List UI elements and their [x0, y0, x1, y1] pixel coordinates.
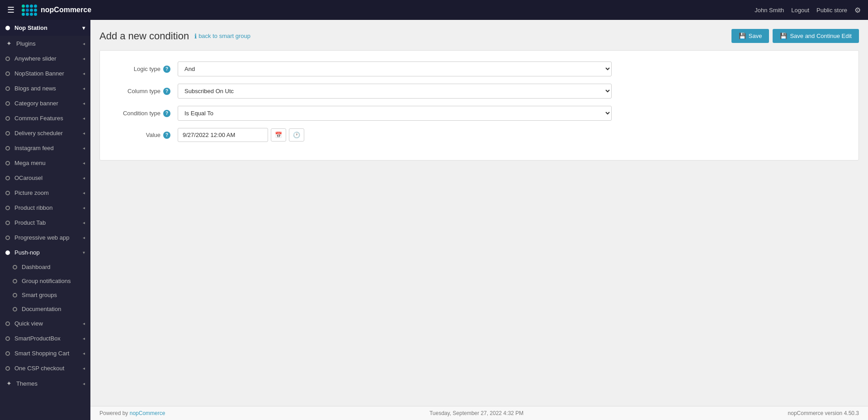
- condition-type-label: Condition type ?: [114, 110, 178, 117]
- logo-dot-7: [30, 9, 33, 12]
- sidebar-item-anywhere-slider[interactable]: Anywhere slider ◂: [0, 51, 90, 66]
- sidebar-label-progressive-web-app: Progressive web app: [14, 234, 83, 241]
- sidebar-label-blogs: Blogs and news: [14, 85, 83, 92]
- save-continue-button[interactable]: 💾 Save and Continue Edit: [773, 29, 859, 43]
- instagram-feed-arrow: ◂: [83, 146, 85, 151]
- settings-icon[interactable]: ⚙: [854, 6, 861, 14]
- page-header: Add a new condition ℹ back to smart grou…: [99, 29, 859, 43]
- condition-type-control: Is Equal To Is Not Equal To Greater Than…: [178, 106, 612, 121]
- footer-center: Tuesday, September 27, 2022 4:32 PM: [429, 410, 524, 416]
- logo-dot-2: [26, 5, 29, 8]
- nop-station-header[interactable]: Nop Station ▾: [0, 20, 90, 36]
- sidebar-item-plugins[interactable]: ✦ Plugins ◂: [0, 36, 90, 51]
- sidebar-item-delivery-scheduler[interactable]: Delivery scheduler ◂: [0, 126, 90, 141]
- sidebar-item-progressive-web-app[interactable]: Progressive web app ◂: [0, 230, 90, 245]
- push-nop-arrow: ▾: [83, 250, 85, 255]
- mega-menu-circle: [5, 161, 10, 165]
- sidebar-label-smart-shopping-cart: Smart Shopping Cart: [14, 350, 83, 357]
- back-link-label: back to smart group: [198, 33, 250, 39]
- smartproductbox-arrow: ◂: [83, 336, 85, 341]
- logo-dot-3: [30, 5, 33, 8]
- nop-station-dot: [5, 26, 10, 30]
- condition-type-select[interactable]: Is Equal To Is Not Equal To Greater Than…: [178, 106, 612, 121]
- logo-dot-6: [26, 9, 29, 12]
- clock-button[interactable]: 🕐: [289, 128, 304, 142]
- plugins-arrow: ◂: [83, 41, 85, 46]
- picture-zoom-arrow: ◂: [83, 190, 85, 195]
- sidebar-sub-item-group-notifications[interactable]: Group notifications: [0, 274, 90, 288]
- save-button[interactable]: 💾 Save: [731, 29, 769, 43]
- column-type-select[interactable]: Subscribed On Utc Email Name: [178, 84, 612, 99]
- clock-icon: 🕐: [293, 132, 300, 138]
- sidebar-sub-label-smart-groups: Smart groups: [22, 292, 57, 298]
- nopcommerce-link[interactable]: nopCommerce: [130, 410, 165, 416]
- logo-dot-12: [34, 13, 37, 16]
- condition-type-help-icon[interactable]: ?: [163, 110, 170, 117]
- sidebar-label-instagram-feed: Instagram feed: [14, 145, 83, 151]
- page-title: Add a new condition: [99, 30, 189, 42]
- public-store-link[interactable]: Public store: [816, 7, 847, 14]
- logo-dot-5: [22, 9, 25, 12]
- sidebar-item-product-tab[interactable]: Product Tab ◂: [0, 215, 90, 230]
- sidebar-item-ocarousel[interactable]: OCarousel ◂: [0, 170, 90, 185]
- value-help-icon[interactable]: ?: [163, 132, 170, 139]
- save-label: Save: [749, 33, 762, 39]
- sidebar-sub-label-dashboard: Dashboard: [22, 264, 51, 270]
- sidebar-item-smart-shopping-cart[interactable]: Smart Shopping Cart ◂: [0, 346, 90, 361]
- ocarousel-circle: [5, 176, 10, 180]
- column-type-help-icon[interactable]: ?: [163, 88, 170, 95]
- sidebar-label-push-nop: Push-nop: [14, 249, 83, 256]
- logo-dot-9: [22, 13, 25, 16]
- page-title-area: Add a new condition ℹ back to smart grou…: [99, 30, 250, 42]
- logic-type-select[interactable]: And Or: [178, 61, 612, 76]
- value-input[interactable]: [178, 128, 268, 142]
- sidebar-item-mega-menu[interactable]: Mega menu ◂: [0, 156, 90, 170]
- sidebar-item-quick-view[interactable]: Quick view ◂: [0, 316, 90, 331]
- sidebar-label-ocarousel: OCarousel: [14, 175, 83, 181]
- sidebar-label-nopstation-banner: NopStation Banner: [14, 70, 83, 77]
- sidebar-sub-item-smart-groups[interactable]: Smart groups: [0, 288, 90, 302]
- calendar-button[interactable]: 📅: [271, 128, 286, 142]
- category-banner-circle: [5, 101, 10, 106]
- anywhere-slider-arrow: ◂: [83, 56, 85, 61]
- sidebar-item-nopstation-banner[interactable]: NopStation Banner ◂: [0, 66, 90, 81]
- sidebar-item-smartproductbox[interactable]: SmartProductBox ◂: [0, 331, 90, 346]
- sidebar-label-common-features: Common Features: [14, 115, 83, 122]
- smart-shopping-cart-circle: [5, 351, 10, 356]
- nopstation-banner-circle: [5, 71, 10, 76]
- save-icon: 💾: [739, 33, 746, 39]
- value-input-group: 📅 🕐: [178, 128, 612, 142]
- sidebar-item-themes[interactable]: ✦ Themes ◂: [0, 376, 90, 391]
- quick-view-arrow: ◂: [83, 321, 85, 326]
- sidebar-item-common-features[interactable]: Common Features ◂: [0, 111, 90, 126]
- back-link[interactable]: ℹ back to smart group: [194, 33, 250, 40]
- push-nop-circle: [5, 250, 10, 255]
- ocarousel-arrow: ◂: [83, 175, 85, 180]
- save-continue-icon: 💾: [780, 33, 787, 39]
- sidebar-item-blogs-and-news[interactable]: Blogs and news ◂: [0, 81, 90, 96]
- sidebar-item-instagram-feed[interactable]: Instagram feed ◂: [0, 141, 90, 156]
- delivery-scheduler-arrow: ◂: [83, 131, 85, 136]
- documentation-circle: [13, 307, 17, 311]
- powered-by-text: Powered by: [99, 410, 128, 416]
- sidebar-label-picture-zoom: Picture zoom: [14, 189, 83, 196]
- themes-arrow: ◂: [83, 381, 85, 386]
- footer-left: Powered by nopCommerce: [99, 410, 165, 416]
- logic-type-help-icon[interactable]: ?: [163, 66, 170, 73]
- sidebar-item-category-banner[interactable]: Category banner ◂: [0, 96, 90, 111]
- save-continue-label: Save and Continue Edit: [790, 33, 852, 39]
- layout: Nop Station ▾ ✦ Plugins ◂ Anywhere slide…: [0, 20, 868, 420]
- sidebar-item-one-csp-checkout[interactable]: One CSP checkout ◂: [0, 361, 90, 376]
- sidebar-item-push-nop[interactable]: Push-nop ▾: [0, 245, 90, 260]
- sidebar-sub-label-documentation: Documentation: [22, 306, 61, 312]
- blogs-circle: [5, 86, 10, 91]
- sidebar-item-picture-zoom[interactable]: Picture zoom ◂: [0, 185, 90, 200]
- top-nav-right: John Smith Logout Public store ⚙: [755, 6, 861, 14]
- logout-link[interactable]: Logout: [791, 7, 809, 14]
- hamburger-button[interactable]: ☰: [7, 5, 14, 15]
- product-ribbon-arrow: ◂: [83, 205, 85, 210]
- sidebar-item-product-ribbon[interactable]: Product ribbon ◂: [0, 200, 90, 215]
- one-csp-checkout-circle: [5, 366, 10, 371]
- sidebar-sub-item-dashboard[interactable]: Dashboard: [0, 260, 90, 274]
- sidebar-sub-item-documentation[interactable]: Documentation: [0, 302, 90, 316]
